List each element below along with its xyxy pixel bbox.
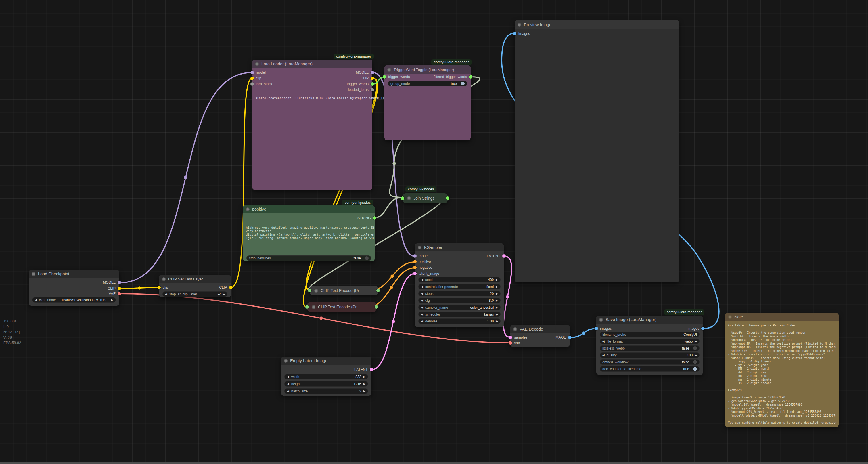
output-string-slot[interactable]: STRING <box>358 215 376 221</box>
denoise-widget[interactable]: ◀denoise1.00▶ <box>418 318 501 324</box>
batch-size-widget[interactable]: ◀batch_size3▶ <box>284 388 368 394</box>
collapse-dot-icon[interactable] <box>246 207 250 211</box>
input-images-slot[interactable]: images <box>595 326 612 331</box>
prev-arrow-icon[interactable]: ◀ <box>602 340 604 343</box>
image-slot-dot-icon[interactable] <box>513 32 516 35</box>
embed-workflow-toggle-widget[interactable]: embed_workflowfalse <box>600 359 700 365</box>
collapse-dot-icon[interactable] <box>32 272 35 276</box>
next-arrow-icon[interactable]: ▶ <box>363 375 365 378</box>
horizontal-scrollbar[interactable] <box>0 462 868 464</box>
node-preview-image[interactable]: Preview Image images <box>515 20 679 283</box>
group-mode-toggle-widget[interactable]: group_mode true <box>388 81 467 86</box>
prev-arrow-icon[interactable]: ◀ <box>421 285 423 288</box>
prev-arrow-icon[interactable]: ◀ <box>35 298 37 301</box>
collapsed-output-dot-icon[interactable] <box>376 289 380 292</box>
image-slot-dot-icon[interactable] <box>595 327 598 330</box>
collapse-dot-icon[interactable] <box>284 359 287 363</box>
input-clip-slot[interactable]: clip <box>250 76 261 81</box>
latent-slot-dot-icon[interactable] <box>370 368 373 371</box>
next-arrow-icon[interactable]: ▶ <box>222 293 225 296</box>
node-title-bar[interactable]: VAE Decode <box>510 325 570 333</box>
strip-newlines-toggle-widget[interactable]: strip_newlines false <box>246 256 371 261</box>
vae-slot-dot-icon[interactable] <box>118 292 121 295</box>
vae-slot-dot-icon[interactable] <box>508 341 512 345</box>
next-arrow-icon[interactable]: ▶ <box>496 313 498 316</box>
latent-slot-dot-icon[interactable] <box>413 272 416 275</box>
lora-syntax-text[interactable]: <lora:CreateConcept_Illustrious:0.8> <lo… <box>255 96 405 100</box>
prompt-text[interactable]: highres, very detailed, amazing quality,… <box>246 226 374 254</box>
collapsed-input-dot-icon[interactable] <box>305 305 309 309</box>
collapse-dot-icon[interactable] <box>407 197 411 200</box>
next-arrow-icon[interactable]: ▶ <box>694 354 697 357</box>
node-load-checkpoint[interactable]: Load Checkpoint MODEL CLIP VAE ◀ ckpt_na… <box>29 270 119 306</box>
next-arrow-icon[interactable]: ▶ <box>496 279 498 281</box>
node-ksampler[interactable]: KSampler model positive negative latent_… <box>415 243 504 327</box>
node-clip-text-encode-negative-collapsed[interactable]: CLIP Text Encode (Pr <box>307 302 376 312</box>
generic-slot-dot-icon[interactable] <box>250 82 254 86</box>
input-latent-image-slot[interactable]: latent_image <box>413 271 439 276</box>
control-after-generate-widget[interactable]: ◀control after generatefixed▶ <box>418 284 501 289</box>
toggle-off-icon[interactable] <box>365 256 369 260</box>
next-arrow-icon[interactable]: ▶ <box>496 299 498 302</box>
collapse-dot-icon[interactable] <box>314 289 318 293</box>
prev-arrow-icon[interactable]: ◀ <box>287 383 289 385</box>
file-format-widget[interactable]: ◀file_formatwebp▶ <box>600 339 700 344</box>
toggle-on-icon[interactable] <box>693 367 697 371</box>
collapse-dot-icon[interactable] <box>518 23 521 27</box>
cfg-widget[interactable]: ◀cfg8.0▶ <box>418 298 501 303</box>
string-slot-dot-icon[interactable] <box>371 82 374 86</box>
latent-slot-dot-icon[interactable] <box>502 254 506 258</box>
prev-arrow-icon[interactable]: ◀ <box>165 293 167 296</box>
clip-slot-dot-icon[interactable] <box>371 77 374 80</box>
model-slot-dot-icon[interactable] <box>118 281 121 284</box>
prev-arrow-icon[interactable]: ◀ <box>602 354 604 357</box>
quality-widget[interactable]: ◀quality100▶ <box>600 352 700 358</box>
next-arrow-icon[interactable]: ▶ <box>496 285 498 288</box>
input-images-slot[interactable]: images <box>513 31 530 36</box>
next-arrow-icon[interactable]: ▶ <box>363 390 365 393</box>
output-loaded-loras-slot[interactable]: loaded_loras <box>348 87 374 92</box>
input-vae-slot[interactable]: vae <box>508 340 520 346</box>
node-title-bar[interactable]: Preview Image <box>515 20 679 29</box>
stop-at-clip-layer-widget[interactable]: ◀ stop_at_clip_layer -2 ▶ <box>162 291 227 297</box>
generic-slot-dot-icon[interactable] <box>371 88 374 91</box>
node-graph-canvas[interactable]: T: 0.00s I: 0 N: 14 [14] V: 28 FPS:58.82… <box>0 0 868 464</box>
toggle-off-icon[interactable] <box>693 346 697 350</box>
seed-widget[interactable]: ◀seed409▶ <box>418 277 501 283</box>
filename-prefix-widget[interactable]: filename_prefixComfyUI <box>600 332 700 337</box>
collapsed-output-dot-icon[interactable] <box>446 197 450 200</box>
output-clip-slot[interactable]: CLIP <box>219 285 232 290</box>
next-arrow-icon[interactable]: ▶ <box>496 320 498 323</box>
collapse-dot-icon[interactable] <box>513 327 517 331</box>
node-title-bar[interactable]: TriggerWord Toggle (LoraManager) <box>384 65 471 74</box>
input-clip-slot[interactable]: clip <box>157 285 168 290</box>
node-positive-prompt[interactable]: positive STRING highres, very detailed, … <box>243 205 375 261</box>
node-triggerword-toggle[interactable]: TriggerWord Toggle (LoraManager) trigger… <box>384 65 471 140</box>
next-arrow-icon[interactable]: ▶ <box>363 383 365 385</box>
model-slot-dot-icon[interactable] <box>250 71 254 74</box>
prev-arrow-icon[interactable]: ◀ <box>421 313 423 316</box>
node-empty-latent-image[interactable]: Empty Latent Image LATENT ◀width832▶ ◀he… <box>281 357 371 396</box>
output-clip-slot[interactable]: CLIP <box>361 76 374 81</box>
clip-slot-dot-icon[interactable] <box>250 77 254 80</box>
node-lora-loader[interactable]: Lora Loader (LoraManager) model clip lor… <box>252 60 372 190</box>
input-lora-stack-slot[interactable]: lora_stack <box>250 81 272 87</box>
model-slot-dot-icon[interactable] <box>371 71 374 74</box>
clip-slot-dot-icon[interactable] <box>118 287 121 290</box>
collapse-dot-icon[interactable] <box>162 277 165 281</box>
collapse-dot-icon[interactable] <box>599 318 603 322</box>
string-slot-dot-icon[interactable] <box>383 75 386 79</box>
next-arrow-icon[interactable]: ▶ <box>111 298 113 301</box>
node-title-bar[interactable]: Note <box>725 313 839 321</box>
collapse-dot-icon[interactable] <box>418 246 422 250</box>
collapse-dot-icon[interactable] <box>255 62 259 66</box>
width-widget[interactable]: ◀width832▶ <box>284 374 368 379</box>
output-latent-slot[interactable]: LATENT <box>354 367 373 372</box>
collapsed-input-dot-icon[interactable] <box>401 197 404 200</box>
node-title-bar[interactable]: Lora Loader (LoraManager) <box>252 60 372 68</box>
image-slot-dot-icon[interactable] <box>701 327 705 330</box>
collapse-dot-icon[interactable] <box>728 315 732 319</box>
lossless-webp-toggle-widget[interactable]: lossless_webpfalse <box>600 346 700 351</box>
string-slot-dot-icon[interactable] <box>469 75 472 79</box>
input-model-slot[interactable]: model <box>250 70 266 75</box>
